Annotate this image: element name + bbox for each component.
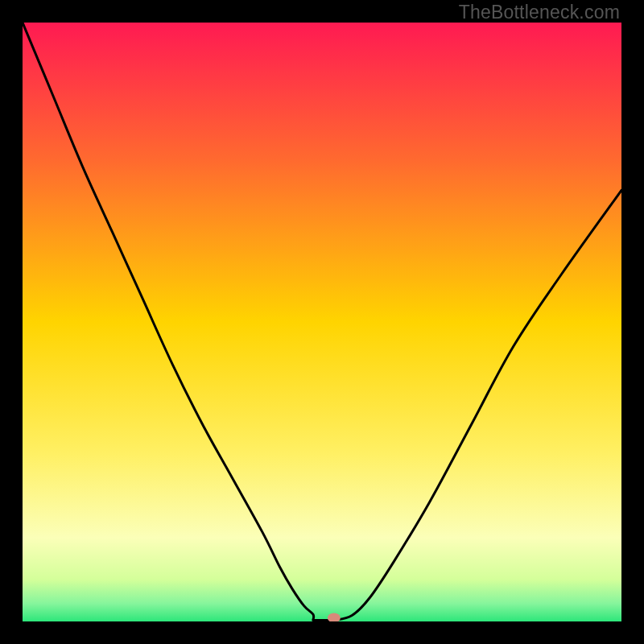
gradient-background <box>23 23 621 621</box>
svg-rect-0 <box>23 23 621 621</box>
watermark-text: TheBottleneck.com <box>459 2 620 23</box>
plot-area <box>23 23 621 621</box>
chart-frame: TheBottleneck.com <box>0 0 644 644</box>
